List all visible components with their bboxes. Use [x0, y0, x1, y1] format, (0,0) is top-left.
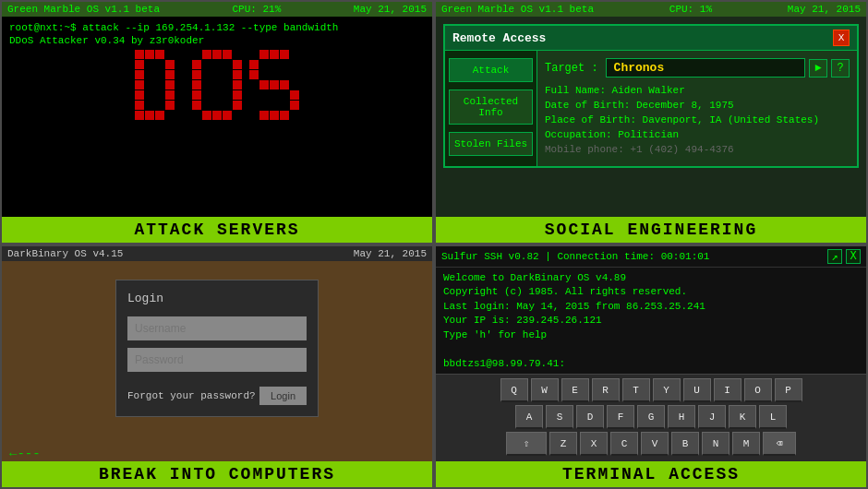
- key-i[interactable]: I: [714, 378, 741, 402]
- term-line-3: Last login: May 14, 2015 from 86.253.25.…: [443, 300, 859, 314]
- break-label: BREAK INTO COMPUTERS: [2, 461, 432, 487]
- letter-o: [192, 50, 242, 120]
- key-b[interactable]: B: [671, 432, 699, 456]
- info-occupation: Occupation: Politician: [545, 129, 850, 140]
- key-a[interactable]: A: [515, 405, 543, 429]
- target-label: Target :: [545, 62, 598, 75]
- key-q[interactable]: Q: [500, 378, 528, 402]
- attack-button[interactable]: Attack: [449, 58, 533, 82]
- info-fullname: Full Name: Aiden Walker: [545, 85, 850, 96]
- remote-access-dialog: Remote Access X Attack Collected Info St…: [443, 24, 859, 168]
- key-p[interactable]: P: [775, 378, 802, 402]
- login-footer: Forgot your password? Login: [127, 387, 307, 405]
- social-label: SOCIAL ENGINEERING: [436, 217, 866, 243]
- letter-d: [135, 50, 185, 120]
- ssh-close-icon[interactable]: X: [846, 249, 861, 264]
- keyboard-row1: Q W E R T Y U I O P: [443, 378, 859, 402]
- dialog-titlebar: Remote Access X: [445, 26, 857, 51]
- key-m[interactable]: M: [732, 432, 760, 456]
- target-next-arrow[interactable]: ►: [809, 59, 827, 78]
- info-pob: Place of Birth: Davenport, IA (United St…: [545, 114, 850, 125]
- key-j[interactable]: J: [698, 405, 726, 429]
- break-os-name: DarkBinary OS v4.15: [7, 248, 123, 259]
- panel-terminal: Sulfur SSH v0.82 | Connection time: 00:0…: [434, 244, 868, 489]
- social-date: May 21, 2015: [788, 4, 861, 15]
- key-w[interactable]: W: [531, 378, 559, 402]
- stolen-files-button[interactable]: Stolen Files: [449, 132, 533, 156]
- key-r[interactable]: R: [592, 378, 620, 402]
- login-button[interactable]: Login: [259, 387, 307, 405]
- term-line-4: Your IP is: 239.245.26.121: [443, 314, 859, 328]
- term-prompt: bbdtzs1@98.99.79.41:: [443, 358, 859, 369]
- key-e[interactable]: E: [561, 378, 589, 402]
- terminal-text-area: Welcome to DarkBinary OS v4.89 Copyright…: [436, 268, 866, 374]
- key-x[interactable]: X: [580, 432, 608, 456]
- ssh-title: Sulfur SSH v0.82 | Connection time: 00:0…: [441, 251, 709, 262]
- ssh-expand-icon[interactable]: ↗: [827, 249, 842, 264]
- key-l[interactable]: L: [759, 405, 787, 429]
- key-s[interactable]: S: [546, 405, 573, 429]
- info-dob: Date of Birth: December 8, 1975: [545, 100, 850, 111]
- attack-terminal: root@nxt:~$ attack --ip 169.254.1.132 --…: [2, 17, 432, 197]
- ddos-art: [9, 50, 425, 120]
- key-h[interactable]: H: [668, 405, 695, 429]
- collected-info-button[interactable]: Collected Info: [449, 89, 533, 125]
- password-input[interactable]: [127, 348, 307, 372]
- login-title: Login: [127, 292, 307, 305]
- term-line-1: Welcome to DarkBinary OS v4.89: [443, 271, 859, 285]
- target-row: Target : Chronos ► ?: [545, 58, 850, 78]
- key-backspace[interactable]: ⌫: [763, 432, 796, 456]
- attack-cmd1: root@nxt:~$ attack --ip 169.254.1.132 --…: [9, 22, 425, 33]
- attack-cpu: CPU: 21%: [233, 4, 282, 15]
- target-name: Chronos: [606, 58, 805, 78]
- key-v[interactable]: V: [641, 432, 669, 456]
- term-line-2: Copyright (c) 1985. All rights reserved.: [443, 285, 859, 299]
- key-c[interactable]: C: [610, 432, 638, 456]
- forgot-password-link[interactable]: Forgot your password?: [127, 390, 256, 401]
- key-z[interactable]: Z: [549, 432, 577, 456]
- keyboard-row3: ⇧ Z X C V B N M ⌫: [443, 432, 859, 456]
- panel-social: Green Marble OS v1.1 beta CPU: 1% May 21…: [434, 0, 868, 244]
- dialog-info-panel: Target : Chronos ► ? Full Name: Aiden Wa…: [537, 51, 857, 166]
- panel-attack: Green Marble OS v1.1 beta CPU: 21% May 2…: [0, 0, 434, 244]
- break-date: May 21, 2015: [354, 248, 427, 259]
- keyboard: Q W E R T Y U I O P A S D F G H J K L: [436, 374, 866, 462]
- social-osbar: Green Marble OS v1.1 beta CPU: 1% May 21…: [436, 2, 866, 17]
- username-input[interactable]: [127, 316, 307, 340]
- key-y[interactable]: Y: [653, 378, 681, 402]
- terminal-label: TERMINAL ACCESS: [436, 461, 866, 487]
- term-line-5: Type 'h' for help: [443, 328, 859, 342]
- dialog-close-button[interactable]: X: [833, 30, 850, 46]
- login-window: Login Forgot your password? Login: [115, 280, 319, 417]
- attack-os-name: Green Marble OS v1.1 beta: [7, 4, 160, 15]
- break-osbar: DarkBinary OS v4.15 May 21, 2015: [2, 246, 432, 261]
- keyboard-row2: A S D F G H J K L: [443, 405, 859, 429]
- key-g[interactable]: G: [637, 405, 665, 429]
- target-help[interactable]: ?: [831, 59, 850, 78]
- key-t[interactable]: T: [622, 378, 650, 402]
- key-n[interactable]: N: [702, 432, 729, 456]
- key-o[interactable]: O: [744, 378, 772, 402]
- social-cpu: CPU: 1%: [669, 4, 712, 15]
- key-k[interactable]: K: [729, 405, 756, 429]
- attack-date: May 21, 2015: [354, 4, 427, 15]
- letter-s: [249, 50, 299, 120]
- key-u[interactable]: U: [683, 378, 711, 402]
- panel-break: DarkBinary OS v4.15 May 21, 2015 Login F…: [0, 244, 434, 489]
- attack-cmd2: DDoS Attacker v0.34 by z3r0koder: [9, 35, 425, 46]
- key-d[interactable]: D: [576, 405, 604, 429]
- ssh-icon-buttons: ↗ X: [827, 249, 861, 264]
- back-arrows: ←---: [9, 447, 41, 461]
- ssh-titlebar: Sulfur SSH v0.82 | Connection time: 00:0…: [436, 246, 866, 268]
- term-line-6: [443, 342, 859, 356]
- info-mobile-partial: Mobile phone: +1 (402) 494-4376: [545, 144, 850, 155]
- attack-label: ATTACK SERVERS: [2, 217, 432, 243]
- key-shift[interactable]: ⇧: [506, 432, 547, 456]
- key-f[interactable]: F: [607, 405, 634, 429]
- dialog-title: Remote Access: [452, 31, 546, 45]
- attack-osbar: Green Marble OS v1.1 beta CPU: 21% May 2…: [2, 2, 432, 17]
- dialog-body: Attack Collected Info Stolen Files Targe…: [445, 51, 857, 166]
- social-os-name: Green Marble OS v1.1 beta: [441, 4, 594, 15]
- dialog-sidebar: Attack Collected Info Stolen Files: [445, 51, 537, 166]
